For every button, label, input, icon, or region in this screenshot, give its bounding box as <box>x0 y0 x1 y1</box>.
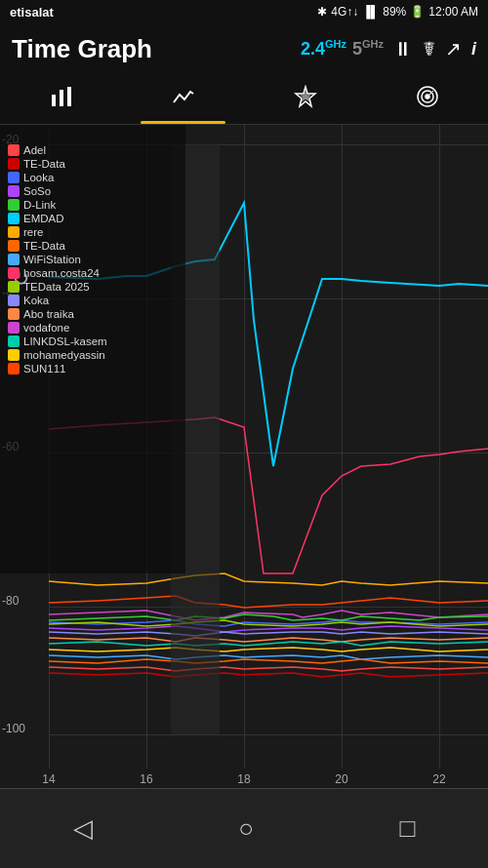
line-mohamedyassin <box>49 648 488 651</box>
freq-controls: 2.4GHz 5GHz <box>301 38 384 59</box>
header: Time Graph 2.4GHz 5GHz ⏸ ☤ ↗ i <box>0 23 488 74</box>
svg-rect-2 <box>67 87 71 106</box>
x-label-16: 16 <box>140 772 152 786</box>
legend-color-tedata1 <box>8 158 20 170</box>
legend-item-mohamedyassin: mohamedyassin <box>8 349 107 361</box>
tab-bar-chart[interactable] <box>0 74 122 124</box>
status-icons: ✱ 4G↑↓ ▐▌ 89% 🔋 12:00 AM <box>317 5 478 19</box>
legend-color-hosam <box>8 267 20 279</box>
legend-item-wifistation: WiFiStation <box>8 254 107 265</box>
line-rere <box>49 573 488 585</box>
legend-color-linkdsl <box>8 335 20 347</box>
stethoscope-icon[interactable]: ☤ <box>423 37 435 60</box>
legend-item-looka: Looka <box>8 172 107 183</box>
legend-color-rere <box>8 226 20 238</box>
x-label-20: 20 <box>335 772 347 786</box>
star-icon <box>294 85 317 114</box>
time-label: 12:00 AM <box>428 5 478 19</box>
legend-color-abotraika <box>8 308 20 320</box>
line-sun111 <box>49 596 488 608</box>
legend-color-tedata2025 <box>8 281 20 293</box>
y-label-100: -100 <box>2 722 25 735</box>
legend-item-linkdsl: LINKDSL-kasem <box>8 335 107 347</box>
page-title: Time Graph <box>12 34 291 64</box>
legend-item-tedata2: TE-Data <box>8 240 107 252</box>
legend: Adel TE-Data Looka SoSo D-Link EMDAD rer… <box>8 144 107 375</box>
legend-color-tedata2 <box>8 240 20 252</box>
legend-item-emdad: EMDAD <box>8 213 107 224</box>
freq-5-button[interactable]: 5GHz <box>352 38 384 59</box>
recent-button[interactable]: □ <box>381 804 435 853</box>
line-wifistation <box>49 655 488 659</box>
legend-item-tedata1: TE-Data <box>8 158 107 170</box>
legend-item-tedata2025: TEData 2025 <box>8 281 107 293</box>
home-button[interactable]: ○ <box>219 804 273 853</box>
legend-color-sun111 <box>8 363 20 375</box>
bluetooth-icon: ✱ <box>317 5 327 19</box>
carrier-label: etisalat <box>10 5 54 20</box>
tab-radar[interactable] <box>366 74 488 124</box>
header-icons: ⏸ ☤ ↗ i <box>393 37 476 60</box>
bar-chart-icon <box>50 85 73 114</box>
legend-item-sun111: SUN111 <box>8 363 107 375</box>
legend-item-dlink: D-Link <box>8 199 107 211</box>
legend-item-abotraika: Abo traika <box>8 308 107 320</box>
svg-rect-0 <box>52 95 56 106</box>
legend-item-adel: Adel <box>8 144 107 156</box>
legend-color-soso <box>8 185 20 197</box>
line-linkdsl <box>49 642 488 646</box>
legend-color-koka <box>8 295 20 306</box>
battery-icon: 🔋 <box>410 5 425 19</box>
legend-item-vodafone: vodafone <box>8 322 107 334</box>
freq-24-button[interactable]: 2.4GHz <box>301 38 346 59</box>
legend-item-soso: SoSo <box>8 185 107 197</box>
y-label-80: -80 <box>2 594 19 608</box>
chart-area: -20 -40 -60 -80 -100 14 16 18 20 22 ↻ Ad… <box>0 125 488 788</box>
legend-color-looka <box>8 172 20 183</box>
legend-item-rere: rere <box>8 226 107 238</box>
legend-color-dlink <box>8 199 20 211</box>
svg-rect-1 <box>60 90 63 106</box>
legend-color-emdad <box>8 213 20 224</box>
status-bar: etisalat ✱ 4G↑↓ ▐▌ 89% 🔋 12:00 AM <box>0 0 488 23</box>
legend-item-koka: Koka <box>8 295 107 306</box>
line-adel <box>49 667 488 671</box>
pause-icon[interactable]: ⏸ <box>393 38 413 60</box>
x-label-18: 18 <box>237 772 250 786</box>
tab-rating[interactable] <box>244 74 366 124</box>
radar-icon <box>416 85 439 114</box>
legend-item-hosam: hosam.costa24 <box>8 267 107 279</box>
signal-icon: ▐▌ <box>362 5 379 19</box>
line-abotraika <box>49 638 488 642</box>
time-graph-icon <box>172 85 195 114</box>
legend-color-mohamedyassin <box>8 349 20 361</box>
bottom-nav: ◁ ○ □ <box>0 788 488 868</box>
line-soso <box>49 626 488 632</box>
legend-color-vodafone <box>8 322 20 334</box>
x-label-14: 14 <box>42 772 55 786</box>
line-koka <box>49 632 488 636</box>
line-tedata-orange <box>49 659 488 663</box>
tab-time-graph[interactable] <box>122 74 244 124</box>
tab-bar <box>0 74 488 125</box>
info-icon[interactable]: i <box>471 39 476 59</box>
line-tedata-red <box>49 673 488 677</box>
legend-color-wifistation <box>8 254 20 265</box>
export-icon[interactable]: ↗ <box>445 37 462 60</box>
legend-color-adel <box>8 144 20 156</box>
back-button[interactable]: ◁ <box>54 804 112 853</box>
network-icon: 4G↑↓ <box>331 5 358 19</box>
battery-label: 89% <box>383 5 406 19</box>
x-label-22: 22 <box>432 772 445 786</box>
